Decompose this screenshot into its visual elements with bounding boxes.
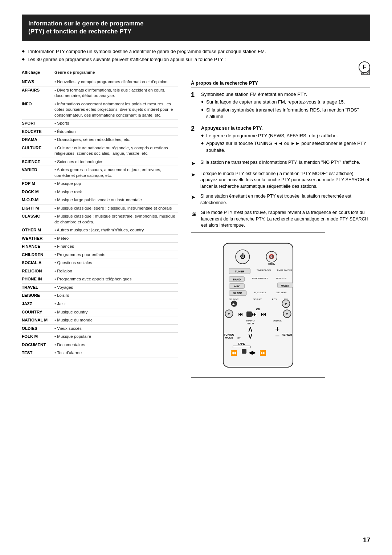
col-display-28: DOCUMENT xyxy=(22,342,54,347)
col-display-15: WEATHER xyxy=(22,236,54,240)
step-2: 2 Appuyez sur la touche PTY. Le genre de… xyxy=(191,125,370,154)
step-1: 1 Syntonisez une station FM émettant en … xyxy=(191,91,370,120)
table-row: CLASSIC• Musique classique : musique orc… xyxy=(22,212,178,226)
note-1-text: Si la station ne transmet pas d'informat… xyxy=(200,159,360,166)
col-genre-8: • Autres genres : discours, amusement et… xyxy=(54,167,178,178)
svg-text:VOLUME: VOLUME xyxy=(273,320,282,322)
page-header: Information sur le genre de programme (P… xyxy=(22,15,370,41)
arrow-icon-1: ➤ xyxy=(191,159,197,167)
col-display-27: FOLK M xyxy=(22,334,54,339)
svg-text:⏭: ⏭ xyxy=(261,311,266,317)
col-display-14: OTHER M xyxy=(22,227,54,232)
col-genre-19: • Religion xyxy=(54,268,178,274)
table-row: NATIONAL M• Musique du monde xyxy=(22,316,178,325)
col-display-3: SPORT xyxy=(22,121,54,125)
col-genre-6: • Culture : culture nationale ou régiona… xyxy=(54,145,178,157)
col-genre-0: • Nouvelles, y compris programmes d'info… xyxy=(54,79,178,85)
table-row: FOLK M• Musique populaire xyxy=(22,333,178,341)
svg-text:MODE: MODE xyxy=(225,336,233,339)
table-row: COUNTRY• Musique country xyxy=(22,308,178,317)
svg-text:⏻: ⏻ xyxy=(240,253,245,259)
left-column: Affichage Genre de programme NEWS• Nouve… xyxy=(22,68,178,378)
svg-text:2: 2 xyxy=(285,302,287,306)
note-2-text: Lorsque le mode PTY est sélectionné (la … xyxy=(200,171,370,190)
cassette-icon-note: 🖨 xyxy=(191,210,198,217)
svg-text:∨: ∨ xyxy=(248,332,253,340)
col-genre-2: • Informations concernant notamment les … xyxy=(54,101,178,118)
svg-rect-34 xyxy=(246,311,252,317)
col-display-12: LIGHT M xyxy=(22,206,54,210)
col-display-9: POP M xyxy=(22,181,54,186)
col-display-2: INFO xyxy=(22,101,54,106)
step-1-num: 1 xyxy=(191,92,197,98)
col-genre-9: • Musique pop xyxy=(54,181,178,187)
col-genre-24: • Musique country xyxy=(54,309,178,315)
col-display-18: SOCIAL A xyxy=(22,260,54,265)
col-genre-4: • Éducation xyxy=(54,129,178,135)
f-badge-container: F 📼 xyxy=(191,68,370,77)
table-row: M.O.R.M• Musique large public, vocale ou… xyxy=(22,196,178,204)
col-display-1: AFFAIRS xyxy=(22,88,54,92)
table-row: EDUCATE• Éducation xyxy=(22,128,178,136)
table-row: OLDIES• Vieux succès xyxy=(22,325,178,333)
svg-text:⏩: ⏩ xyxy=(260,350,266,356)
svg-text:+10: +10 xyxy=(237,337,241,339)
col-display-7: SCIENCE xyxy=(22,159,54,164)
svg-text:TUNER: TUNER xyxy=(235,270,244,273)
intro-bullets: L'information PTY comporte un symbole de… xyxy=(22,49,370,62)
col-genre-26: • Vieux succès xyxy=(54,326,178,332)
page-number: 17 xyxy=(363,536,370,544)
col-display-23: JAZZ xyxy=(22,301,54,306)
note-3: ➤ Si une station émettant en mode PTY es… xyxy=(191,193,370,206)
svg-text:RDS: RDS xyxy=(272,298,277,300)
svg-text:⏺▶: ⏺▶ xyxy=(232,303,236,306)
note-1: ➤ Si la station ne transmet pas d'inform… xyxy=(191,159,370,167)
col-display-24: COUNTRY xyxy=(22,309,54,314)
step-2-sub-0: Le genre de programme PTY (NEWS, AFFAIRS… xyxy=(201,133,370,139)
col-display-10: ROCK M xyxy=(22,189,54,194)
col-display-16: FINANCE xyxy=(22,244,54,248)
step-1-sub-1: Si la station syntonisée transmet les in… xyxy=(201,107,370,120)
table-row: CHILDREN• Programmes pour enfants xyxy=(22,251,178,259)
table-row: DOCUMENT• Documentaires xyxy=(22,341,178,349)
table-row: JAZZ• Jazz xyxy=(22,300,178,308)
col-display-4: EDUCATE xyxy=(22,129,54,134)
col-display-13: CLASSIC xyxy=(22,214,54,218)
pty-section-title: À propos de la recherche PTY xyxy=(191,80,370,88)
right-column: F 📼 À propos de la recherche PTY 1 Synto… xyxy=(191,68,370,378)
table-row: LIGHT M• Musique classique légère : clas… xyxy=(22,204,178,213)
step-1-main: Syntonisez une station FM émettant en mo… xyxy=(201,91,370,98)
col-genre-header: Genre de programme xyxy=(54,70,178,76)
svg-text:TIMER ON/OFF: TIMER ON/OFF xyxy=(277,269,292,271)
col-genre-5: • Dramatiques, séries radiodiffusées, et… xyxy=(54,137,178,143)
col-display-29: TEST xyxy=(22,350,54,355)
note-4-text: Si le mode PTY n'est pas trouvé, l'appar… xyxy=(201,210,370,229)
col-genre-7: • Sciences et technologies xyxy=(54,159,178,165)
arrow-icon-2: ➤ xyxy=(191,171,197,178)
col-genre-10: • Musique rock xyxy=(54,189,178,195)
col-genre-12: • Musique classique légère : classique, … xyxy=(54,206,178,211)
col-genre-18: • Questions sociales xyxy=(54,260,178,266)
note-2: ➤ Lorsque le mode PTY est sélectionné (l… xyxy=(191,171,370,190)
table-row: TRAVEL• Voyages xyxy=(22,284,178,292)
col-genre-27: • Musique populaire xyxy=(54,334,178,340)
svg-text:TUNING/: TUNING/ xyxy=(246,320,255,322)
svg-text:SRS WOW: SRS WOW xyxy=(276,291,287,293)
svg-text:MUTE: MUTE xyxy=(268,263,275,265)
step-2-content: Appuyez sur la touche PTY. Le genre de p… xyxy=(201,125,370,154)
main-layout: Affichage Genre de programme NEWS• Nouve… xyxy=(22,68,370,378)
table-row: AFFAIRS• Divers formats d'informations, … xyxy=(22,86,178,100)
table-row: TEST• Test d'alarme xyxy=(22,349,178,357)
col-genre-22: • Loisirs xyxy=(54,293,178,299)
svg-text:PROGRAM/SET: PROGRAM/SET xyxy=(252,278,268,280)
col-genre-21: • Voyages xyxy=(54,285,178,291)
col-display-21: TRAVEL xyxy=(22,285,54,289)
col-display-header: Affichage xyxy=(22,70,54,76)
table-row: SCIENCE• Sciences et technologies xyxy=(22,158,178,166)
col-genre-13: • Musique classique : musique orchestral… xyxy=(54,214,178,225)
svg-text:SLEEP: SLEEP xyxy=(233,292,242,295)
svg-text:2: 2 xyxy=(228,312,230,316)
table-row: POP M• Musique pop xyxy=(22,180,178,188)
table-row: CULTURE• Culture : culture nationale ou … xyxy=(22,144,178,158)
svg-text:−: − xyxy=(275,332,279,340)
